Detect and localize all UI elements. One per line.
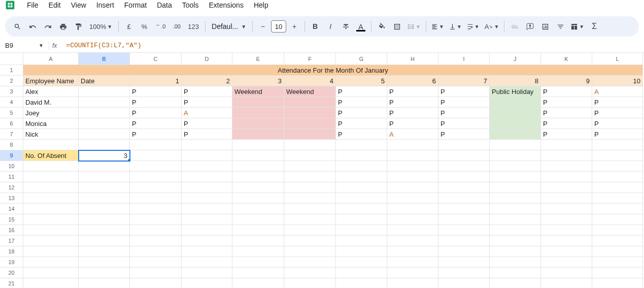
cell[interactable]: P bbox=[336, 86, 387, 97]
cell[interactable] bbox=[23, 204, 79, 214]
cell[interactable] bbox=[336, 182, 387, 193]
cell[interactable]: A bbox=[182, 108, 232, 118]
strikethrough-button[interactable] bbox=[338, 19, 353, 34]
cell[interactable] bbox=[541, 150, 592, 161]
row-header[interactable]: 2 bbox=[0, 76, 23, 86]
cell[interactable] bbox=[387, 236, 438, 246]
cell[interactable] bbox=[130, 268, 182, 278]
cell[interactable] bbox=[541, 257, 592, 268]
cell[interactable] bbox=[387, 150, 438, 161]
cell[interactable] bbox=[182, 150, 232, 161]
cell[interactable] bbox=[336, 225, 387, 236]
cell[interactable]: A bbox=[387, 129, 438, 140]
cell[interactable]: 4 bbox=[284, 76, 336, 86]
cell[interactable] bbox=[387, 214, 438, 225]
cell[interactable]: Weekend bbox=[284, 86, 336, 97]
cell[interactable]: P bbox=[438, 97, 490, 108]
menu-extensions[interactable]: Extensions bbox=[204, 0, 248, 11]
row-header[interactable]: 3 bbox=[0, 86, 23, 97]
cell[interactable] bbox=[232, 225, 284, 236]
cell[interactable] bbox=[79, 140, 130, 150]
row-header[interactable]: 10 bbox=[0, 161, 23, 172]
cell[interactable] bbox=[284, 118, 336, 129]
wrap-button[interactable]: ▼ bbox=[465, 19, 482, 34]
italic-button[interactable]: I bbox=[323, 19, 337, 34]
cell[interactable] bbox=[387, 225, 438, 236]
row-header[interactable]: 13 bbox=[0, 193, 23, 204]
col-header[interactable]: E bbox=[232, 53, 284, 65]
cell[interactable] bbox=[490, 214, 541, 225]
cell[interactable] bbox=[182, 278, 232, 288]
decrease-decimal-button[interactable]: ←.0 bbox=[152, 19, 168, 34]
cell[interactable]: P bbox=[438, 118, 490, 129]
cell[interactable]: P bbox=[541, 97, 592, 108]
cell[interactable]: P bbox=[592, 97, 643, 108]
cell[interactable] bbox=[592, 161, 643, 172]
currency-button[interactable]: £ bbox=[122, 19, 136, 34]
cell[interactable] bbox=[438, 257, 490, 268]
cell[interactable] bbox=[387, 268, 438, 278]
cell[interactable]: P bbox=[438, 108, 490, 118]
row-header[interactable]: 20 bbox=[0, 268, 23, 278]
cell[interactable] bbox=[79, 278, 130, 288]
cell[interactable]: P bbox=[130, 86, 182, 97]
cell[interactable] bbox=[438, 150, 490, 161]
cell[interactable] bbox=[592, 140, 643, 150]
cell[interactable]: Date bbox=[79, 76, 130, 86]
row-header[interactable]: 5 bbox=[0, 108, 23, 118]
cell[interactable] bbox=[182, 161, 232, 172]
cell[interactable] bbox=[79, 86, 130, 97]
cell[interactable] bbox=[23, 278, 79, 288]
cell[interactable] bbox=[490, 118, 541, 129]
col-header[interactable]: F bbox=[284, 53, 336, 65]
cell[interactable] bbox=[79, 97, 130, 108]
cell[interactable] bbox=[592, 214, 643, 225]
cell[interactable]: P bbox=[387, 86, 438, 97]
cell[interactable] bbox=[23, 172, 79, 182]
cell[interactable]: P bbox=[336, 97, 387, 108]
cell[interactable] bbox=[490, 140, 541, 150]
cell[interactable]: P bbox=[336, 118, 387, 129]
row-header[interactable]: 11 bbox=[0, 172, 23, 182]
cell[interactable] bbox=[79, 172, 130, 182]
percent-button[interactable]: % bbox=[137, 19, 151, 34]
cell[interactable] bbox=[232, 129, 284, 140]
row-header[interactable]: 17 bbox=[0, 236, 23, 246]
cell[interactable] bbox=[284, 236, 336, 246]
cell[interactable]: P bbox=[182, 129, 232, 140]
row-header[interactable]: 4 bbox=[0, 97, 23, 108]
row-header[interactable]: 15 bbox=[0, 214, 23, 225]
cell[interactable] bbox=[79, 214, 130, 225]
cell[interactable] bbox=[23, 246, 79, 257]
cell[interactable] bbox=[182, 172, 232, 182]
cell[interactable]: 10 bbox=[592, 76, 643, 86]
cell[interactable]: Joey bbox=[23, 108, 79, 118]
cell[interactable]: 3 bbox=[232, 76, 284, 86]
cell[interactable] bbox=[490, 236, 541, 246]
cell[interactable]: Employee Name bbox=[23, 76, 79, 86]
cell[interactable] bbox=[130, 140, 182, 150]
cell[interactable]: 9 bbox=[541, 76, 592, 86]
cell[interactable]: P bbox=[336, 129, 387, 140]
cell[interactable] bbox=[336, 140, 387, 150]
cell[interactable] bbox=[23, 182, 79, 193]
cell[interactable] bbox=[592, 278, 643, 288]
zoom-select[interactable]: 100%▼ bbox=[86, 19, 115, 34]
cell[interactable] bbox=[130, 161, 182, 172]
cell[interactable] bbox=[182, 257, 232, 268]
cell[interactable] bbox=[284, 97, 336, 108]
row-header[interactable]: 19 bbox=[0, 257, 23, 268]
insert-link-button[interactable] bbox=[507, 19, 522, 34]
cell[interactable] bbox=[541, 204, 592, 214]
insert-comment-button[interactable] bbox=[523, 19, 537, 34]
cell[interactable] bbox=[336, 257, 387, 268]
cell[interactable]: P bbox=[130, 108, 182, 118]
menu-format[interactable]: Format bbox=[120, 0, 151, 11]
cell[interactable] bbox=[284, 129, 336, 140]
cell[interactable] bbox=[284, 182, 336, 193]
rotation-button[interactable]: A↘▼ bbox=[483, 19, 501, 34]
menu-data[interactable]: Data bbox=[152, 0, 177, 11]
cell[interactable] bbox=[490, 278, 541, 288]
cell[interactable] bbox=[182, 182, 232, 193]
cell[interactable] bbox=[592, 225, 643, 236]
